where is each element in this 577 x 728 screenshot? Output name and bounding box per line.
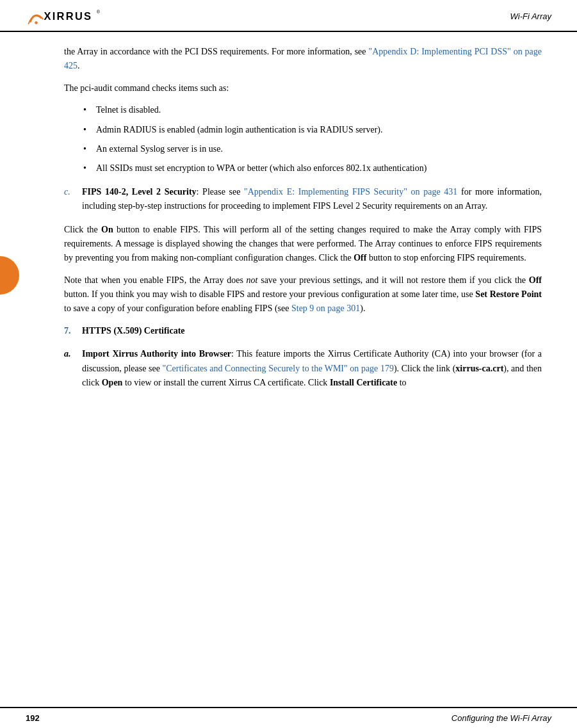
fips-para-2: Note that when you enable FIPS, the Arra… <box>64 273 542 316</box>
fips-bold-label: FIPS 140-2, Level 2 Security <box>82 187 197 197</box>
section-c-content: FIPS 140-2, Level 2 Security: Please see… <box>82 185 542 214</box>
bullet-item-1: Telnet is disabled. <box>83 103 542 117</box>
intro-text: the Array in accordance with the PCI DSS… <box>64 47 368 56</box>
open-bold: Open <box>102 378 123 387</box>
fips-para-1: Click the On button to enable FIPS. This… <box>64 223 542 266</box>
section-a: a. Import Xirrus Authority into Browser:… <box>64 347 542 390</box>
page-header: XIRRUS ® Wi-Fi Array <box>0 0 577 32</box>
main-content: the Array in accordance with the PCI DSS… <box>0 32 577 409</box>
intro-end: . <box>77 61 80 70</box>
fips-colon: : Please see <box>197 187 245 197</box>
install-cert-bold: Install Certificate <box>330 378 397 387</box>
appendix-e-link[interactable]: "Appendix E: Implementing FIPS Security"… <box>244 187 457 197</box>
section-a-label: a. <box>64 347 82 390</box>
section-c: c. FIPS 140-2, Level 2 Security: Please … <box>64 185 542 214</box>
section-7-label: 7. <box>64 324 82 338</box>
xirrus-logo: XIRRUS ® <box>26 6 102 26</box>
https-cert-bold: HTTPS (X.509) Certificate <box>82 326 185 336</box>
section-c-label: c. <box>64 185 82 214</box>
off-bold-2: Off <box>529 275 542 285</box>
svg-text:XIRRUS: XIRRUS <box>44 10 93 22</box>
bullet-list: Telnet is disabled. Admin RADIUS is enab… <box>83 103 542 176</box>
set-restore-point-bold: Set Restore Point <box>475 289 542 299</box>
intro-paragraph: the Array in accordance with the PCI DSS… <box>64 45 542 74</box>
section-a-text2: ). Click the link ( <box>394 364 455 373</box>
step-9-link[interactable]: Step 9 on page 301 <box>291 303 360 313</box>
cert-link-code: xirrus-ca.crt <box>455 364 503 373</box>
certificates-link[interactable]: "Certificates and Connecting Securely to… <box>162 364 393 373</box>
bullet-item-2: Admin RADIUS is enabled (admin login aut… <box>83 123 542 137</box>
footer-section-title: Configuring the Wi-Fi Array <box>451 713 551 723</box>
section-7-content: HTTPS (X.509) Certificate <box>82 324 542 338</box>
page-number: 192 <box>26 713 40 723</box>
pci-audit-intro: The pci-audit command checks items such … <box>64 81 542 95</box>
section-a-content: Import Xirrus Authority into Browser: Th… <box>82 347 542 390</box>
section-7: 7. HTTPS (X.509) Certificate <box>64 324 542 338</box>
import-xirrus-bold: Import Xirrus Authority into Browser <box>82 349 231 359</box>
header-title: Wi-Fi Array <box>510 12 551 21</box>
logo-container: XIRRUS ® <box>26 6 102 26</box>
section-a-text4: to view or install the current Xirrus CA… <box>122 378 329 387</box>
page-footer: 192 Configuring the Wi-Fi Array <box>0 707 577 728</box>
section-a-text5: to <box>397 378 406 387</box>
svg-point-0 <box>35 21 38 24</box>
bullet-item-3: An external Syslog server is in use. <box>83 142 542 156</box>
bullet-item-4: All SSIDs must set encryption to WPA or … <box>83 161 542 175</box>
page-container: XIRRUS ® Wi-Fi Array the Array in accord… <box>0 0 577 728</box>
svg-text:®: ® <box>97 10 100 14</box>
off-bold: Off <box>354 253 366 263</box>
not-italic: not <box>247 275 258 285</box>
on-bold: On <box>101 225 113 234</box>
